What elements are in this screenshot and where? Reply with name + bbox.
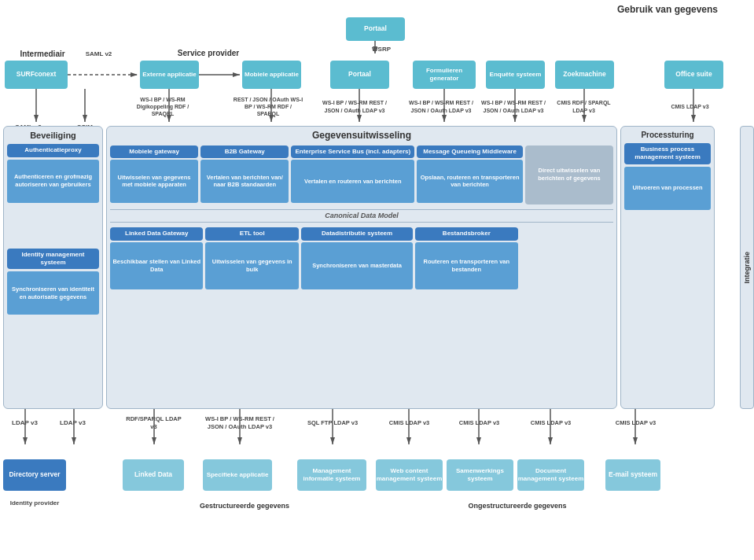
mobiele-gateway-box: Mobiele gateway [110, 146, 198, 158]
cmis-ldap3-label: CMIS LDAP v3 [525, 409, 576, 437]
ongestructureerde-label: Ongestructureerde gegevens [376, 500, 659, 513]
linked-data-gateway-box: Linked Data Gateway [110, 227, 203, 240]
uitwisselen-bulk-box: Uitwisselen van gegevens in bulk [205, 242, 298, 289]
canonical-model-label: Canonical Data Model [110, 209, 613, 223]
page-title: Gebruik van gegevens [589, 4, 746, 17]
esb-box: Enterprise Service Bus (incl. adapters) [291, 146, 414, 158]
synchroniseren-master-box: Synchroniseren van masterdata [301, 242, 413, 289]
cmis-ldap1-label: CMIS LDAP v3 [384, 409, 435, 437]
samenwerkings-box: Samenwerkings systeem [447, 459, 513, 491]
directory-server-box: Directory server [3, 459, 66, 491]
cmis-ldap4-label: CMIS LDAP v3 [610, 409, 661, 437]
rdf-sparql-label: RDF/SPARQL LDAP v3 [124, 409, 183, 437]
ws-rm-rest-label: WS-I BP / WS-RM REST / JSON / OAuth LDAP… [204, 409, 275, 437]
zoekmachine: Zoekmachine [555, 61, 614, 89]
datadistributie-box: Datadistributie systeem [301, 227, 413, 240]
identity-management-box: Identity management systeem [7, 249, 99, 270]
main-diagram: { "title": "Gebruik van gegevens", "top"… [0, 0, 754, 560]
cmis2-label: CMIS LDAP v3 [660, 93, 719, 120]
beveiliging-panel: Beveiliging Authenticatieproxy Authentic… [3, 126, 103, 409]
ws-rm2-label: REST / JSON / OAuth WS-I BP / WS-RM RDF … [233, 93, 303, 120]
uitvoeren-box: Uitvoeren van processen [624, 167, 711, 210]
document-management-box: Document management systeem [517, 459, 584, 491]
specifieke-applicatie-box: Specifieke applicatie [203, 459, 272, 491]
vertalen-b2b-box: Vertalen van berichten van/ naar B2B sta… [200, 160, 289, 203]
beveiliging-title: Beveiliging [7, 130, 99, 141]
ws-rm4-label: WS-I BP / WS-RM REST / JSON / OAuth LDAP… [406, 93, 476, 120]
cmis-ldap2-label: CMIS LDAP v3 [454, 409, 505, 437]
beschikbaar-stellen-box: Beschikbaar stellen van Linked Data [110, 242, 203, 289]
portaal-mid: Portaal [330, 61, 389, 89]
service-provider-label: Service provider [169, 47, 248, 58]
mobiele-applicatie-box: Mobiele applicatie [242, 61, 301, 89]
bestandsbroker-box: Bestandsbroker [415, 227, 517, 240]
gegevensuitwisseling-title: Gegevensuitwisseling [110, 130, 613, 142]
portaal-top: Portaal [346, 17, 405, 41]
enquete-systeem: Enquête systeem [486, 61, 545, 89]
direct-uitwisselen-box: Direct uitwisselen van berichten of gege… [525, 146, 613, 204]
ldap-v3-1-label: LDAP v3 [3, 412, 46, 434]
bpm-systeem-box: Business process management systeem [624, 143, 711, 164]
authenticatieproxy-box: Authenticatieproxy [7, 144, 99, 157]
cmis1-label: CMIS RDF / SPARQL LDAP v3 [550, 93, 617, 120]
email-systeem-box: E-mail systeem [605, 459, 660, 491]
vertalen-routeren-box: Vertalen en routeren van berichten [291, 160, 414, 203]
externe-applicatie-box: Externe applicatie [140, 61, 199, 89]
opslaan-routeren-box: Opslaan, routeren en transporteren van b… [417, 160, 523, 203]
processturing-panel: Processturing Business process managemen… [620, 126, 715, 409]
ldap-v3-2-label: LDAP v3 [51, 412, 94, 434]
routeren-bestanden-box: Routeren en transporteren van bestanden [415, 242, 517, 289]
linked-data-box: Linked Data [123, 459, 184, 491]
synchroniseren-box: Synchroniseren van identiteit en autoris… [7, 271, 99, 315]
formulieren-generator: Formulieren generator [413, 61, 476, 89]
gegevensuitwisseling-panel: Gegevensuitwisseling Mobiele gateway Uit… [106, 126, 617, 409]
sql-ftp-label: SQL FTP LDAP v3 [305, 409, 360, 437]
intermediair-label: Intermediair [11, 47, 74, 60]
message-queueing-box: Message Queueing Middleware [417, 146, 523, 158]
b2b-gateway-box: B2B Gateway [200, 146, 289, 158]
ws-rm3-label: WS-I BP / WS-RM REST / JSON / OAuth LDAP… [319, 93, 390, 120]
ws-rm5-label: WS-I BP / WS-RM REST / JSON / OAuth LDAP… [478, 93, 549, 120]
wsrp-label: WSRP [366, 44, 397, 55]
processturing-title: Processturing [624, 130, 711, 140]
management-informatie-box: Management informatie systeem [297, 459, 366, 491]
etl-tool-box: ETL tool [205, 227, 298, 240]
ws-rm1-label: WS-I BP / WS-RM Digikoppeling RDF / SPAQ… [127, 93, 198, 120]
integratie-label: Integratie [740, 126, 754, 409]
uitwisselen-mobiele-box: Uitwisselen van gegevens met mobiele app… [110, 160, 198, 203]
office-suite: Office suite [664, 61, 723, 89]
web-content-box: Web content management systeem [376, 459, 443, 491]
identity-provider-label: Identity provider [3, 496, 66, 511]
surfconext-box: SURFconext [5, 61, 68, 89]
authenticeren-box: Authenticeren en grofmazig autoriseren v… [7, 160, 99, 203]
saml-v2-label: SAML v2 [77, 49, 120, 60]
gestructureerde-label: Gestructureerde gegevens [123, 500, 366, 513]
